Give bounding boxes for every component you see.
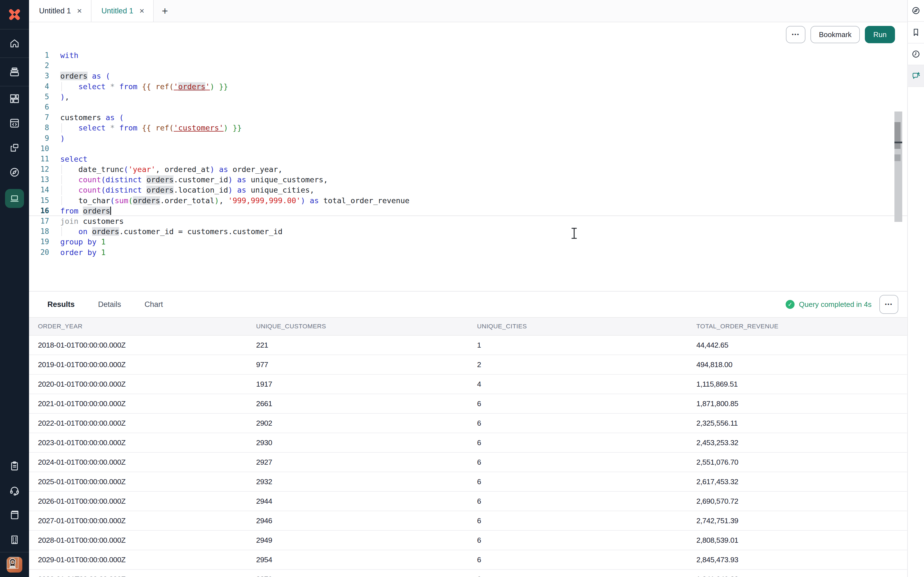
code-line[interactable]: 9) [29,133,907,143]
table-cell: 1,841,049.32 [696,575,903,577]
line-number: 17 [29,216,58,226]
tab-untitled-2[interactable]: Untitled 1 × [92,0,154,22]
line-number: 2 [29,61,58,71]
table-cell: 2,453,253.32 [696,438,903,447]
code-line[interactable]: 12 date_trunc('year', ordered_at) as ord… [29,164,907,174]
table-row[interactable]: 2028-01-01T00:00:00.000Z294962,808,539.0… [29,531,907,550]
column-header[interactable]: ORDER_YEAR [38,323,256,330]
code-line[interactable]: 5), [29,92,907,102]
code-line[interactable]: 17join customers [29,216,907,226]
history-button[interactable] [908,44,924,65]
more-options-button[interactable]: ••• [786,26,805,43]
archive-icon [9,66,20,78]
ai-chat-button[interactable] [908,65,924,87]
text-caret [110,206,111,215]
table-cell: 2,845,473.93 [696,556,903,564]
table-row[interactable]: 2026-01-01T00:00:00.000Z294462,690,570.7… [29,492,907,511]
sidebar-item-docs[interactable] [0,503,29,527]
code-line[interactable]: 8 select * from {{ ref('customers') }} [29,122,907,133]
sidebar-item-ide-active[interactable] [0,185,29,213]
code-line-content [58,61,60,71]
tab-results[interactable]: Results [47,300,75,309]
code-line[interactable]: 10 [29,143,907,154]
avatar [7,557,22,572]
sidebar-item-explore[interactable] [0,160,29,185]
table-row[interactable]: 2020-01-01T00:00:00.000Z191741,115,869.5… [29,375,907,394]
sidebar-item-components[interactable] [0,135,29,160]
line-number: 9 [29,133,58,143]
code-line[interactable]: 20order by 1 [29,247,907,258]
table-row[interactable]: 2029-01-01T00:00:00.000Z295462,845,473.9… [29,550,907,570]
code-line[interactable]: 13 count(distinct orders.customer_id) as… [29,174,907,185]
code-line-content: select [58,154,87,164]
table-row[interactable]: 2027-01-01T00:00:00.000Z294662,742,751.3… [29,511,907,531]
table-header-row: ORDER_YEARUNIQUE_CUSTOMERSUNIQUE_CITIEST… [29,317,907,335]
hex-logo[interactable] [0,0,29,29]
table-row[interactable]: 2030-01-01T00:00:00.000Z287961,841,049.3… [29,570,907,577]
table-cell: 2949 [256,536,477,545]
editor-scrollbar[interactable] [895,111,902,222]
table-row[interactable]: 2023-01-01T00:00:00.000Z293062,453,253.3… [29,433,907,453]
sql-editor[interactable]: 1with23orders as (4 select * from {{ ref… [29,47,907,291]
sidebar-item-apps[interactable] [0,86,29,111]
sidebar-item-code-apps[interactable] [0,111,29,135]
table-row[interactable]: 2025-01-01T00:00:00.000Z293262,617,453.3… [29,472,907,492]
column-header[interactable]: UNIQUE_CITIES [477,323,696,330]
code-window-icon [9,118,20,129]
sidebar-item-changelog[interactable] [0,454,29,478]
table-cell: 2930 [256,438,477,447]
code-line-content: count(distinct orders.customer_id) as un… [58,174,328,185]
column-header[interactable]: TOTAL_ORDER_REVENUE [696,323,903,330]
sidebar-item-support[interactable] [0,478,29,503]
table-row[interactable]: 2021-01-01T00:00:00.000Z266161,871,800.8… [29,394,907,414]
line-number: 7 [29,112,58,122]
scrollbar-thumb[interactable] [895,122,901,142]
table-cell: 2 [477,360,696,369]
explore-button[interactable] [908,0,924,22]
new-tab-button[interactable]: + [154,0,176,22]
tab-label: Untitled 1 [39,7,71,15]
table-cell: 2019-01-01T00:00:00.000Z [38,360,256,369]
code-line[interactable]: 11select [29,154,907,164]
table-cell: 2022-01-01T00:00:00.000Z [38,419,256,427]
table-row[interactable]: 2022-01-01T00:00:00.000Z290262,325,556.1… [29,414,907,433]
code-line-content: on orders.customer_id = customers.custom… [58,226,283,237]
table-cell: 2946 [256,516,477,525]
code-line[interactable]: 18 on orders.customer_id = customers.cus… [29,226,907,237]
tab-chart[interactable]: Chart [144,300,163,309]
user-menu[interactable] [0,553,29,577]
bookmarks-button[interactable] [908,22,924,44]
tab-untitled-1[interactable]: Untitled 1 × [29,0,92,22]
code-line[interactable]: 6 [29,102,907,112]
close-tab-icon[interactable]: × [76,6,83,16]
line-number: 15 [29,195,58,206]
sidebar-item-home[interactable] [0,29,29,57]
bookmark-button[interactable]: Bookmark [811,26,860,43]
code-line[interactable]: 14 count(distinct orders.location_id) as… [29,185,907,195]
line-number: 18 [29,226,58,237]
code-line[interactable]: 3orders as ( [29,71,907,81]
code-line[interactable]: 2 [29,61,907,71]
code-line[interactable]: 19group by 1 [29,237,907,247]
sidebar-item-collections[interactable] [0,58,29,86]
table-row[interactable]: 2019-01-01T00:00:00.000Z9772494,818.00 [29,355,907,375]
code-line[interactable]: 1with [29,50,907,61]
code-line[interactable]: 15 to_char(sum(orders.order_total), '999… [29,195,907,206]
code-line[interactable]: 16from orders [29,206,907,216]
table-row[interactable]: 2018-01-01T00:00:00.000Z221144,442.65 [29,335,907,355]
close-tab-icon[interactable]: × [138,6,145,16]
code-line[interactable]: 7customers as ( [29,112,907,122]
table-cell: 6 [477,400,696,408]
table-row[interactable]: 2024-01-01T00:00:00.000Z292762,551,076.7… [29,453,907,472]
results-more-button[interactable]: ••• [879,295,898,314]
tab-details[interactable]: Details [98,300,121,309]
clock-icon [911,49,921,59]
book-icon [9,509,20,521]
sidebar-item-organization[interactable] [0,527,29,552]
line-number: 8 [29,122,58,133]
column-header[interactable]: UNIQUE_CUSTOMERS [256,323,477,330]
line-number: 13 [29,174,58,185]
run-button[interactable]: Run [865,26,895,43]
code-line[interactable]: 4 select * from {{ ref('orders') }} [29,81,907,92]
code-line-content: customers as ( [58,112,124,122]
